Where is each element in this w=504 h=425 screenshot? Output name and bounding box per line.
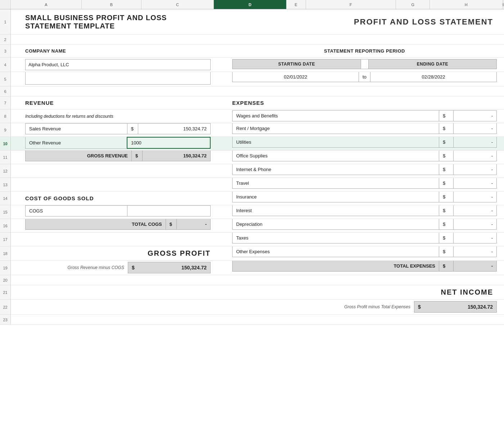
utilities-value: - bbox=[454, 137, 497, 148]
gross-profit-dollar: $ bbox=[132, 265, 135, 270]
travel-table: Travel $ - bbox=[232, 178, 497, 189]
interest-dollar: $ bbox=[439, 205, 454, 216]
col-header-g[interactable]: G bbox=[396, 0, 430, 9]
ending-date-header: ENDING DATE bbox=[368, 59, 496, 69]
taxes-label: Taxes bbox=[233, 233, 439, 243]
other-revenue-row: Other Revenue 1000 bbox=[26, 137, 211, 148]
utilities-row: Utilities $ - bbox=[233, 137, 497, 148]
row-num-13: 13 bbox=[0, 178, 11, 191]
insurance-dollar: $ bbox=[439, 192, 454, 202]
gross-profit-value-box: $ 150,324.72 bbox=[128, 262, 211, 273]
row-23-content bbox=[11, 315, 504, 325]
rent-table: Rent / Mortgage $ - bbox=[232, 123, 497, 134]
period-label: STATEMENT REPORTING PERIOD bbox=[324, 48, 405, 54]
net-income-value: 150,324.72 bbox=[424, 304, 493, 310]
row-9-content: Sales Revenue $ 150,324.72 Rent / Mortga… bbox=[11, 123, 504, 137]
col-header-e[interactable]: E bbox=[287, 0, 306, 9]
col-header-b[interactable]: B bbox=[82, 0, 141, 9]
row-num-4: 4 bbox=[0, 58, 11, 72]
company-name-input-cell: Alpha Product, LLC bbox=[11, 58, 225, 72]
company-name-value: Alpha Product, LLC bbox=[28, 62, 69, 67]
row-num-15: 15 bbox=[0, 205, 11, 219]
net-income-value-box: $ 150,324.72 bbox=[414, 301, 497, 313]
row-14-content: COST OF GOODS SOLD Insurance $ - bbox=[11, 192, 504, 205]
wages-dollar: $ bbox=[439, 111, 454, 121]
internet-label: Internet & Phone bbox=[233, 164, 439, 175]
row-num-11: 11 bbox=[0, 151, 11, 164]
col-header-f[interactable]: F bbox=[306, 0, 396, 9]
row-8-content: Including deductions for returns and dis… bbox=[11, 109, 504, 123]
internet-phone-cell: Internet & Phone $ - bbox=[225, 164, 504, 178]
travel-row: Travel $ - bbox=[233, 178, 497, 189]
interest-row: Interest $ - bbox=[233, 205, 497, 216]
row-12: 12 Internet & Phone $ - bbox=[0, 164, 504, 178]
gross-revenue-dollar: $ bbox=[132, 151, 143, 161]
wages-cell: Wages and Benefits $ - bbox=[225, 109, 504, 123]
row-16: 16 TOTAL COGS $ - Depreciation $ - bbox=[0, 219, 504, 233]
depreciation-row: Depreciation $ - bbox=[233, 219, 497, 230]
gross-revenue-value: 150,324.72 bbox=[143, 151, 211, 161]
utilities-label: Utilities bbox=[233, 137, 439, 148]
interest-value: - bbox=[454, 205, 497, 216]
net-income-label-cell: NET INCOME bbox=[11, 285, 504, 299]
col-header-c[interactable]: C bbox=[141, 0, 214, 9]
utilities-table: Utilities $ - bbox=[232, 137, 497, 148]
insurance-cell: Insurance $ - bbox=[225, 192, 504, 205]
company-name-label-cell: COMPANY NAME bbox=[11, 45, 225, 57]
cogs-section-label-cell: COST OF GOODS SOLD bbox=[11, 192, 225, 205]
row-num-19: 19 bbox=[0, 261, 11, 275]
col-header-a[interactable]: A bbox=[11, 0, 82, 9]
other-revenue-value-cell[interactable]: 1000 bbox=[127, 137, 210, 148]
empty-left-12 bbox=[11, 164, 225, 178]
row-5: 5 02/01/2022 to 02/28/2022 bbox=[0, 72, 504, 86]
taxes-value: - bbox=[454, 233, 497, 243]
company-name-box[interactable]: Alpha Product, LLC bbox=[25, 59, 211, 70]
total-expenses-dollar: $ bbox=[439, 261, 454, 272]
taxes-dollar: $ bbox=[439, 233, 454, 243]
date-table: STARTING DATE ENDING DATE bbox=[232, 59, 497, 69]
row-22: 22 Gross Profit minus Total Expenses $ 1… bbox=[0, 300, 504, 315]
row-num-3: 3 bbox=[0, 45, 11, 57]
col-header-d[interactable]: D bbox=[214, 0, 287, 9]
revenue-subtitle: Including deductions for returns and dis… bbox=[25, 114, 113, 119]
depreciation-value: - bbox=[454, 219, 497, 230]
gross-revenue-label: GROSS REVENUE bbox=[26, 151, 132, 161]
other-revenue-label: Other Revenue bbox=[26, 137, 127, 148]
row-18: 18 GROSS PROFIT Other Expenses $ - bbox=[0, 246, 504, 261]
row-7-content: REVENUE EXPENSES bbox=[11, 97, 504, 109]
row-11: 11 GROSS REVENUE $ 150,324.72 Office Sup… bbox=[0, 151, 504, 164]
date-value-row: 02/01/2022 to 02/28/2022 bbox=[233, 72, 497, 82]
total-expenses-row: TOTAL EXPENSES $ - bbox=[233, 261, 497, 272]
total-cogs-dollar: $ bbox=[166, 219, 176, 230]
row-10-content: Other Revenue 1000 Utilities $ - bbox=[11, 137, 504, 150]
gross-profit-value-cell: Gross Revenue minus COGS $ 150,324.72 bbox=[11, 261, 225, 275]
expenses-table-start: Wages and Benefits $ - bbox=[232, 110, 497, 121]
other-expenses-value: - bbox=[454, 246, 497, 257]
expenses-section-label: EXPENSES bbox=[232, 100, 264, 106]
date-values-cell: 02/01/2022 to 02/28/2022 bbox=[225, 72, 504, 86]
net-income-sublabel: Gross Profit minus Total Expenses bbox=[344, 304, 410, 309]
col-header-h[interactable]: H bbox=[430, 0, 503, 9]
row-num-7: 7 bbox=[0, 97, 11, 109]
row-11-content: GROSS REVENUE $ 150,324.72 Office Suppli… bbox=[11, 151, 504, 164]
row-3: 3 COMPANY NAME STATEMENT REPORTING PERIO… bbox=[0, 45, 504, 58]
total-expenses-cell: TOTAL EXPENSES $ - bbox=[225, 261, 504, 275]
other-revenue-table: Other Revenue 1000 bbox=[25, 137, 211, 149]
cogs-table: COGS bbox=[25, 205, 211, 216]
taxes-row: Taxes $ - bbox=[233, 233, 497, 243]
depreciation-label: Depreciation bbox=[233, 219, 439, 230]
row-13-content: Travel $ - bbox=[11, 178, 504, 191]
row-num-18: 18 bbox=[0, 246, 11, 260]
other-expenses-row: Other Expenses $ - bbox=[233, 246, 497, 257]
gross-revenue-row: GROSS REVENUE $ 150,324.72 bbox=[26, 151, 211, 161]
corner-cell bbox=[0, 0, 11, 9]
gross-profit-label-cell: GROSS PROFIT bbox=[11, 246, 225, 260]
row-18-content: GROSS PROFIT Other Expenses $ - bbox=[11, 246, 504, 260]
sales-revenue-label: Sales Revenue bbox=[26, 124, 127, 134]
row-num-10: 10 bbox=[0, 137, 11, 150]
sales-revenue-cell: Sales Revenue $ 150,324.72 bbox=[11, 123, 225, 137]
depreciation-dollar: $ bbox=[439, 219, 454, 230]
col-header-i[interactable]: I bbox=[503, 0, 504, 9]
sales-revenue-dollar: $ bbox=[127, 124, 138, 134]
row-5-content: 02/01/2022 to 02/28/2022 bbox=[11, 72, 504, 86]
